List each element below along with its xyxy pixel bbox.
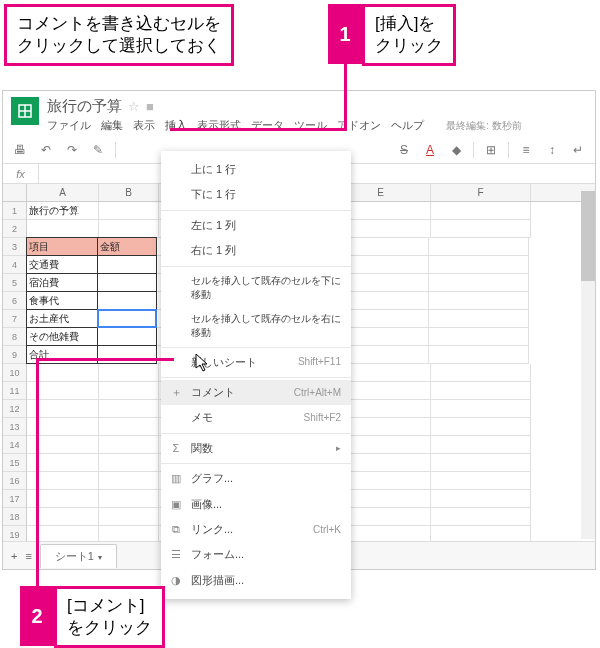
cell-F6[interactable]: [429, 292, 529, 310]
cell-F5[interactable]: [429, 274, 529, 292]
chart-icon: ▥: [169, 472, 183, 486]
callout-1-line-v: [344, 64, 347, 130]
menu-item-note[interactable]: メモShift+F2: [161, 405, 351, 430]
menu-help[interactable]: ヘルプ: [391, 118, 424, 133]
image-icon: ▣: [169, 497, 183, 511]
row-header-15[interactable]: 15: [3, 454, 27, 472]
sheet-tab-1[interactable]: シート1▾: [40, 544, 117, 568]
cell-B5[interactable]: [97, 273, 157, 292]
cell-F1[interactable]: [431, 202, 531, 220]
annotation-select-cell: コメントを書き込むセルを クリックして選択しておく: [4, 4, 234, 66]
star-icon[interactable]: ☆: [128, 99, 140, 114]
row-header-16[interactable]: 16: [3, 472, 27, 490]
cell-B6[interactable]: [97, 291, 157, 310]
valign-icon[interactable]: ↕: [543, 141, 561, 159]
cell-B2[interactable]: [99, 220, 159, 238]
undo-icon[interactable]: ↶: [37, 141, 55, 159]
cell-B8[interactable]: [97, 327, 157, 346]
row-header-9[interactable]: 9: [3, 346, 27, 364]
row-header-12[interactable]: 12: [3, 400, 27, 418]
menu-item-image[interactable]: ▣ 画像...: [161, 492, 351, 517]
row-header-2[interactable]: 2: [3, 220, 27, 238]
last-edit-label: 最終編集: 数秒前: [446, 119, 522, 133]
cell-F4[interactable]: [429, 256, 529, 274]
menu-item-row-below[interactable]: 下に 1 行: [161, 182, 351, 207]
menu-item-form[interactable]: ☰ フォーム...: [161, 542, 351, 567]
row-header-3[interactable]: 3: [3, 238, 27, 256]
cell-F7[interactable]: [429, 310, 529, 328]
cell-B1[interactable]: [99, 202, 159, 220]
menu-item-comment[interactable]: ＋ コメントCtrl+Alt+M: [161, 380, 351, 405]
wrap-icon[interactable]: ↵: [569, 141, 587, 159]
row-header-13[interactable]: 13: [3, 418, 27, 436]
menu-item-col-left[interactable]: 左に 1 列: [161, 213, 351, 238]
row-header-11[interactable]: 11: [3, 382, 27, 400]
cell-A3[interactable]: 項目: [26, 237, 98, 256]
callout-2-line-v: [36, 358, 39, 586]
menu-item-link[interactable]: ⧉ リンク...Ctrl+K: [161, 517, 351, 542]
row-header-6[interactable]: 6: [3, 292, 27, 310]
menu-item-col-right[interactable]: 右に 1 列: [161, 238, 351, 263]
select-all-corner[interactable]: [3, 184, 27, 201]
menu-item-chart[interactable]: ▥ グラフ...: [161, 466, 351, 491]
menu-item-drawing[interactable]: ◑ 図形描画...: [161, 568, 351, 593]
sheets-logo[interactable]: [11, 97, 39, 125]
sheet-tab-dropdown-icon[interactable]: ▾: [98, 553, 102, 562]
cell-F2[interactable]: [431, 220, 531, 238]
row-header-8[interactable]: 8: [3, 328, 27, 346]
menu-file[interactable]: ファイル: [47, 118, 91, 133]
cell-F9[interactable]: [429, 346, 529, 364]
menu-item-shift-right[interactable]: セルを挿入して既存のセルを右に移動: [161, 307, 351, 345]
menu-item-row-above[interactable]: 上に 1 行: [161, 157, 351, 182]
cell-A7[interactable]: お土産代: [26, 309, 98, 328]
align-icon[interactable]: ≡: [517, 141, 535, 159]
cell-F8[interactable]: [429, 328, 529, 346]
row-header-17[interactable]: 17: [3, 490, 27, 508]
row-header-18[interactable]: 18: [3, 508, 27, 526]
menu-item-shift-down[interactable]: セルを挿入して既存のセルを下に移動: [161, 269, 351, 307]
menu-view[interactable]: 表示: [133, 118, 155, 133]
spreadsheet-app: 旅行の予算 ☆ ■ ファイル 編集 表示 挿入 表示形式 データ ツール アドオ…: [2, 90, 596, 570]
callout-2-line-h: [36, 358, 174, 361]
menu-item-new-sheet[interactable]: 新しいシートShift+F11: [161, 350, 351, 375]
cell-B7-selected[interactable]: [97, 309, 157, 328]
row-header-5[interactable]: 5: [3, 274, 27, 292]
text-color-icon[interactable]: A: [421, 141, 439, 159]
row-header-10[interactable]: 10: [3, 364, 27, 382]
paint-icon[interactable]: ✎: [89, 141, 107, 159]
menu-item-function[interactable]: Σ 関数▸: [161, 436, 351, 461]
col-header-A[interactable]: A: [27, 184, 99, 201]
add-sheet-button[interactable]: +: [11, 550, 17, 562]
cell-A1[interactable]: 旅行の予算: [27, 202, 99, 220]
annotation-click-insert: [挿入]を クリック: [362, 4, 456, 66]
cell-A4[interactable]: 交通費: [26, 255, 98, 274]
cell-B9[interactable]: [97, 345, 157, 364]
col-header-F[interactable]: F: [431, 184, 531, 201]
callout-1: 1: [328, 4, 362, 64]
all-sheets-button[interactable]: ≡: [25, 550, 31, 562]
menu-edit[interactable]: 編集: [101, 118, 123, 133]
fill-color-icon[interactable]: ◆: [447, 141, 465, 159]
cell-F3[interactable]: [429, 238, 529, 256]
folder-icon[interactable]: ■: [146, 99, 154, 114]
borders-icon[interactable]: ⊞: [482, 141, 500, 159]
vertical-scrollbar[interactable]: [581, 191, 595, 539]
strike-icon[interactable]: S: [395, 141, 413, 159]
cell-A2[interactable]: [27, 220, 99, 238]
cell-B3[interactable]: 金額: [97, 237, 157, 256]
sigma-icon: Σ: [169, 441, 183, 455]
row-header-7[interactable]: 7: [3, 310, 27, 328]
row-header-1[interactable]: 1: [3, 202, 27, 220]
cell-A5[interactable]: 宿泊費: [26, 273, 98, 292]
row-header-14[interactable]: 14: [3, 436, 27, 454]
cell-A8[interactable]: その他雑費: [26, 327, 98, 346]
print-icon[interactable]: 🖶: [11, 141, 29, 159]
doc-title[interactable]: 旅行の予算: [47, 97, 122, 116]
scrollbar-thumb[interactable]: [581, 191, 595, 281]
redo-icon[interactable]: ↷: [63, 141, 81, 159]
callout-2: 2: [20, 586, 54, 646]
cell-B4[interactable]: [97, 255, 157, 274]
row-header-4[interactable]: 4: [3, 256, 27, 274]
col-header-B[interactable]: B: [99, 184, 159, 201]
cell-A6[interactable]: 食事代: [26, 291, 98, 310]
